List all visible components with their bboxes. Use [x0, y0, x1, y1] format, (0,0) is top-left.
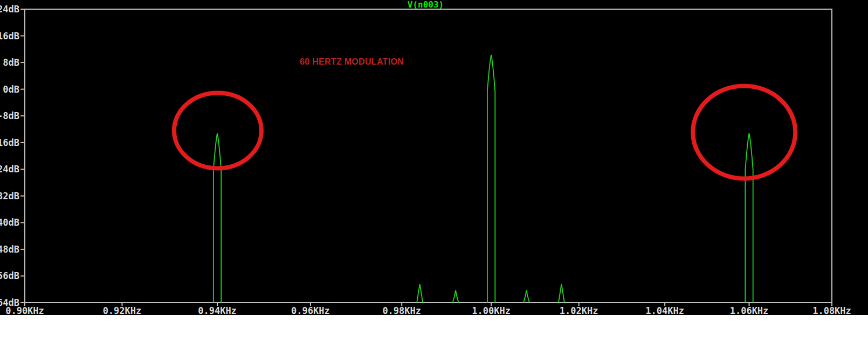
y-tick-label: 16dB — [0, 31, 19, 41]
y-tick-label: -8dB — [0, 110, 19, 121]
x-tick-label: 0.98KHz — [382, 305, 421, 316]
y-tick-label: -56dB — [0, 270, 19, 281]
x-tick-label: 0.90KHz — [5, 305, 44, 316]
y-tick-label: -32dB — [0, 191, 19, 201]
x-tick-label: 0.92KHz — [103, 305, 142, 316]
y-tick-label: -48dB — [0, 244, 19, 255]
y-tick-label: -16dB — [0, 137, 19, 148]
x-tick-label: 0.96KHz — [291, 305, 330, 316]
plot-background — [0, 0, 868, 315]
x-tick-label: 1.00KHz — [472, 305, 511, 316]
y-tick-label: -40dB — [0, 217, 19, 228]
y-tick-label: 0dB — [3, 84, 19, 95]
y-tick-label: 8dB — [3, 57, 19, 68]
fft-plot-canvas: 24dB16dB8dB0dB-8dB-16dB-24dB-32dB-40dB-4… — [0, 0, 868, 349]
fft-plot-window: 24dB16dB8dB0dB-8dB-16dB-24dB-32dB-40dB-4… — [0, 0, 868, 349]
x-tick-label: 1.06KHz — [730, 305, 769, 316]
x-tick-label: 1.04KHz — [645, 305, 684, 316]
x-tick-label: 1.02KHz — [560, 305, 598, 316]
x-tick-label: 1.08KHz — [812, 305, 851, 316]
trace-legend-title[interactable]: V(n003) — [408, 0, 444, 10]
annotation-60hz-modulation: 60 HERTZ MODULATION — [300, 57, 404, 66]
y-tick-label: -24dB — [0, 164, 19, 174]
y-tick-label: 24dB — [0, 4, 19, 15]
x-tick-label: 0.94KHz — [198, 305, 237, 316]
